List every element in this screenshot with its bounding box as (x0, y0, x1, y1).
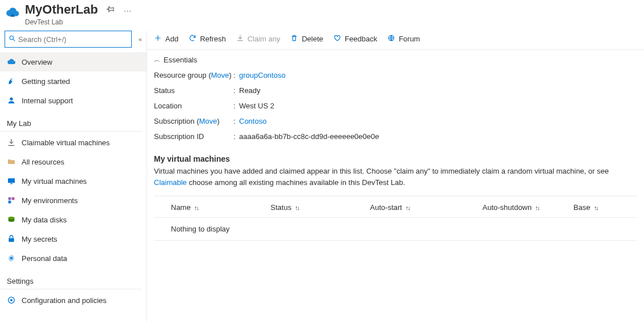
chevron-up-icon: ︿ (154, 56, 160, 64)
svg-point-0 (10, 36, 14, 39)
svg-point-13 (10, 299, 12, 301)
toolbar-claim-any: Claim any (236, 34, 281, 44)
svg-rect-5 (10, 183, 12, 184)
ess-sub-value[interactable]: Contoso (239, 117, 266, 125)
svg-rect-7 (12, 197, 15, 200)
table-empty: Nothing to display (154, 218, 637, 241)
svg-point-3 (10, 98, 12, 100)
toolbar-label: Feedback (345, 35, 377, 43)
globe-icon (387, 34, 395, 44)
ess-status-value: Ready (239, 86, 261, 95)
col-base[interactable]: Base↑↓ (574, 203, 627, 212)
svg-rect-6 (9, 197, 11, 200)
sort-icon: ↑↓ (535, 204, 539, 211)
secrets-icon (7, 234, 16, 243)
toolbar-delete[interactable]: Delete (290, 34, 323, 44)
disk-icon (7, 215, 16, 224)
refresh-icon (189, 34, 196, 44)
svg-rect-10 (9, 238, 14, 242)
svg-rect-8 (9, 201, 11, 204)
toolbar-feedback[interactable]: Feedback (333, 34, 377, 44)
nav-my-vms[interactable]: My virtual machines (0, 171, 147, 191)
gear-icon (7, 296, 16, 305)
ess-status-label: Status (154, 86, 233, 95)
claimable-link[interactable]: Claimable (154, 178, 187, 187)
plus-icon (154, 34, 162, 44)
toolbar-refresh[interactable]: Refresh (189, 34, 226, 44)
nav-label: Internal support (22, 96, 73, 105)
sort-icon: ↑↓ (194, 204, 198, 211)
ess-subid-label: Subscription ID (154, 132, 233, 141)
page-title: MyOtherLab (25, 2, 98, 17)
move-sub-link[interactable]: Move (199, 117, 218, 125)
rocket-icon (7, 77, 16, 86)
col-autoshutdown[interactable]: Auto-shutdown↑↓ (483, 203, 574, 212)
vm-section-desc: Virtual machines you have added and clai… (154, 166, 637, 188)
folder-icon (7, 157, 16, 166)
nav-label: Overview (22, 58, 52, 66)
nav-label: Claimable virtual machines (22, 138, 110, 147)
nav-getting-started[interactable]: Getting started (0, 71, 147, 91)
pin-icon[interactable] (107, 6, 115, 15)
nav-label: My secrets (22, 235, 57, 243)
resource-type: DevTest Lab (25, 18, 98, 26)
vm-icon (7, 176, 16, 186)
move-rg-link[interactable]: Move (211, 71, 229, 79)
svg-point-9 (9, 217, 15, 219)
essentials-toggle[interactable]: ︿ Essentials (147, 50, 644, 68)
sort-icon: ↑↓ (593, 204, 597, 211)
toolbar-label: Forum (399, 35, 420, 43)
gear-icon (7, 254, 16, 263)
nav-label: Personal data (22, 254, 67, 263)
ess-location-value: West US 2 (239, 102, 274, 110)
ess-sub-label: Subscription (Move) (154, 117, 233, 125)
nav-label: Configuration and policies (22, 296, 107, 305)
col-name[interactable]: Name↑↓ (171, 203, 270, 212)
toolbar-label: Add (165, 35, 178, 43)
search-icon (9, 35, 16, 44)
toolbar-add[interactable]: Add (154, 34, 178, 44)
nav-personal-data[interactable]: Personal data (0, 249, 147, 268)
nav-config-policies[interactable]: Configuration and policies (0, 291, 147, 310)
vm-section-title: My virtual machines (154, 154, 637, 163)
nav-claimable-vms[interactable]: Claimable virtual machines (0, 133, 147, 152)
toolbar-label: Delete (302, 35, 323, 43)
nav-all-resources[interactable]: All resources (0, 152, 147, 171)
essentials-title: Essentials (164, 56, 197, 64)
nav-label: All resources (22, 158, 64, 166)
nav-my-environments[interactable]: My environments (0, 191, 147, 210)
ess-rg-value[interactable]: groupContoso (239, 71, 286, 79)
toolbar-label: Refresh (200, 35, 226, 43)
support-icon (7, 96, 16, 105)
svg-line-1 (13, 39, 15, 41)
resource-lab-icon (5, 5, 20, 20)
download-icon (236, 34, 244, 44)
nav-label: My environments (22, 196, 78, 205)
sidebar-search[interactable] (5, 31, 132, 48)
nav-label: My virtual machines (22, 177, 87, 186)
nav-my-data-disks[interactable]: My data disks (0, 210, 147, 229)
nav-label: My data disks (22, 216, 66, 224)
nav-my-secrets[interactable]: My secrets (0, 229, 147, 249)
lab-icon (7, 57, 16, 66)
trash-icon (290, 34, 298, 44)
nav-overview[interactable]: Overview (0, 52, 147, 71)
nav-label: Getting started (22, 77, 70, 86)
svg-rect-4 (8, 178, 15, 183)
col-status[interactable]: Status↑↓ (270, 203, 370, 212)
ess-location-label: Location (154, 102, 233, 110)
search-input[interactable] (18, 35, 128, 44)
nav-group-settings: Settings (0, 270, 142, 289)
nav-internal-support[interactable]: Internal support (0, 91, 147, 110)
col-autostart[interactable]: Auto-start↑↓ (370, 203, 483, 212)
environment-icon (7, 196, 16, 205)
svg-point-2 (11, 79, 12, 81)
toolbar-forum[interactable]: Forum (387, 34, 420, 44)
ess-subid-value: aaaa6a6a-bb7b-cc8c-dd9d-eeeeee0e0e0e (239, 132, 379, 141)
more-icon[interactable]: ··· (124, 6, 132, 15)
sort-icon: ↑↓ (295, 204, 299, 211)
toolbar-label: Claim any (248, 35, 281, 43)
sort-icon: ↑↓ (405, 204, 409, 211)
collapse-sidebar-icon[interactable]: « (139, 36, 142, 43)
download-icon (7, 138, 16, 147)
